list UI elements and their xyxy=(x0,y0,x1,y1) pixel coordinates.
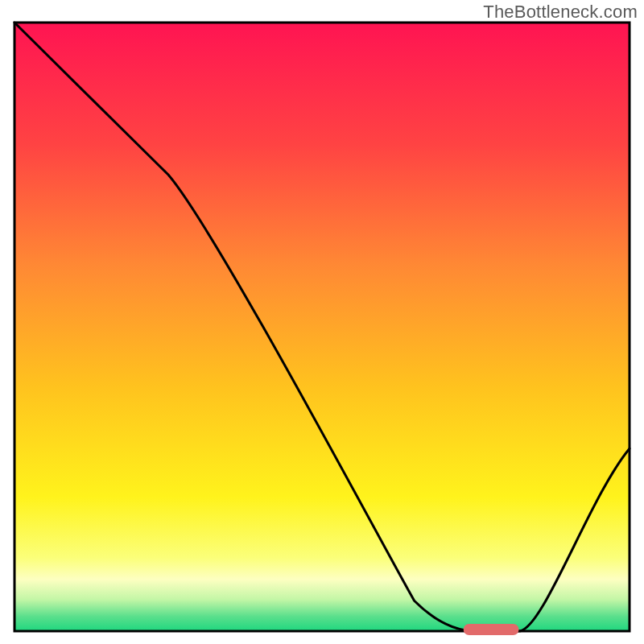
chart-container: TheBottleneck.com xyxy=(0,0,644,644)
bottleneck-chart xyxy=(0,0,644,644)
watermark-text: TheBottleneck.com xyxy=(483,2,638,23)
optimal-range-marker xyxy=(464,624,519,635)
